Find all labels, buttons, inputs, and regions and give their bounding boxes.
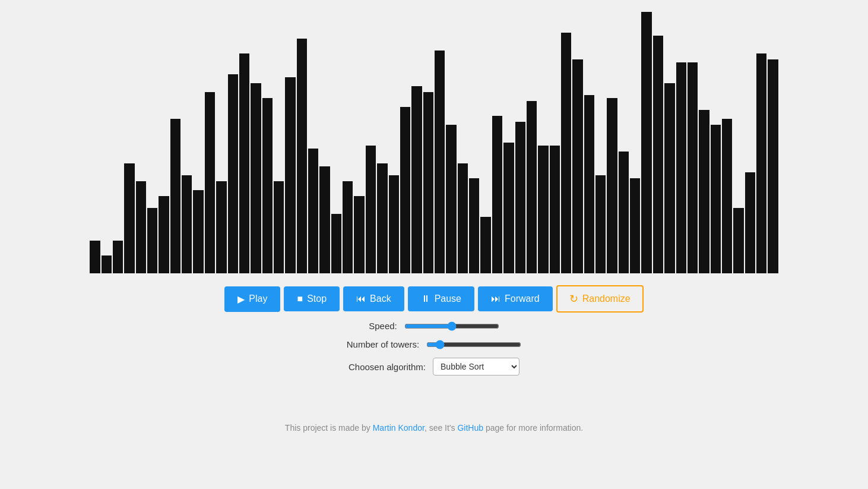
bar-10 [205, 92, 215, 273]
bar-22 [343, 181, 353, 273]
stop-icon [297, 294, 303, 304]
bar-17 [285, 77, 295, 273]
bar-6 [159, 196, 169, 273]
bar-47 [630, 178, 640, 273]
bar-38 [527, 101, 537, 273]
bar-55 [722, 119, 732, 273]
footer-text-before: This project is made by [285, 423, 373, 433]
speed-label: Speed: [369, 321, 397, 331]
bar-33 [469, 178, 479, 273]
bar-20 [319, 166, 330, 273]
bar-1 [102, 255, 112, 273]
bar-24 [366, 146, 376, 273]
stop-button[interactable]: Stop [284, 286, 340, 311]
bar-49 [653, 36, 663, 273]
bar-19 [308, 149, 318, 273]
bar-37 [515, 122, 525, 273]
stop-label: Stop [307, 294, 327, 304]
algo-label: Choosen algorithm: [349, 362, 426, 372]
bar-12 [228, 74, 238, 273]
bar-13 [239, 53, 249, 273]
back-label: Back [370, 294, 391, 304]
algorithm-row: Choosen algorithm: Bubble SortSelection … [349, 358, 519, 376]
algorithm-select[interactable]: Bubble SortSelection SortInsertion SortM… [433, 358, 519, 376]
bar-44 [595, 175, 606, 273]
bar-35 [492, 116, 502, 273]
bar-27 [400, 107, 410, 273]
towers-row: Number of towers: [347, 339, 522, 349]
forward-button[interactable]: Forward [478, 286, 553, 311]
bar-26 [389, 175, 399, 273]
bar-32 [458, 163, 468, 273]
bar-4 [136, 181, 146, 273]
bar-50 [664, 83, 674, 273]
bar-52 [688, 62, 698, 273]
bar-53 [699, 110, 709, 273]
bar-5 [147, 208, 157, 273]
bar-25 [377, 163, 387, 273]
bar-16 [274, 181, 284, 273]
bar-36 [503, 143, 514, 273]
bar-34 [480, 217, 490, 273]
bar-59 [768, 59, 778, 273]
play-button[interactable]: Play [224, 286, 280, 312]
bar-23 [354, 196, 364, 273]
pause-button[interactable]: Pause [408, 286, 474, 311]
footer: This project is made by Martin Kondor, s… [285, 423, 583, 433]
bar-3 [124, 163, 134, 273]
controls-panel: Play Stop Back Pause Forward Randomize S… [224, 285, 643, 376]
towers-label: Number of towers: [347, 339, 420, 349]
bar-40 [550, 146, 560, 273]
bar-41 [561, 33, 571, 273]
bar-14 [251, 83, 261, 273]
back-icon [356, 294, 366, 304]
footer-text-middle: , see It's [425, 423, 458, 433]
speed-row: Speed: [369, 321, 499, 331]
forward-label: Forward [505, 294, 540, 304]
bar-28 [411, 86, 422, 273]
github-link[interactable]: GitHub [457, 423, 483, 433]
randomize-label: Randomize [582, 294, 631, 304]
bar-2 [113, 241, 123, 273]
bar-56 [733, 208, 743, 273]
bar-8 [182, 175, 192, 273]
bar-7 [170, 119, 180, 273]
play-label: Play [249, 294, 267, 304]
towers-slider[interactable] [426, 340, 521, 349]
author-link[interactable]: Martin Kondor [373, 423, 425, 433]
randomize-icon [569, 292, 578, 305]
bar-11 [216, 181, 226, 273]
footer-text-after: page for more information. [483, 423, 583, 433]
bar-9 [193, 190, 203, 273]
bar-31 [446, 125, 456, 273]
bar-58 [756, 53, 766, 273]
bar-46 [619, 152, 629, 273]
bar-0 [90, 241, 100, 273]
bar-18 [297, 39, 307, 273]
visualization-area [78, 12, 790, 273]
bar-45 [607, 98, 617, 273]
bar-51 [676, 62, 686, 273]
speed-slider[interactable] [404, 321, 499, 331]
pause-label: Pause [435, 294, 461, 304]
bar-21 [331, 214, 341, 273]
bar-39 [538, 146, 548, 273]
back-button[interactable]: Back [343, 286, 404, 311]
bar-29 [423, 92, 433, 273]
bar-57 [745, 172, 755, 273]
randomize-button[interactable]: Randomize [556, 285, 644, 313]
pause-icon [421, 294, 430, 304]
bar-43 [584, 95, 594, 273]
play-icon [237, 294, 245, 305]
bar-42 [572, 59, 582, 273]
bar-54 [711, 125, 721, 273]
bar-48 [641, 12, 651, 273]
bar-15 [262, 98, 273, 273]
forward-icon [491, 294, 500, 304]
button-row: Play Stop Back Pause Forward Randomize [224, 285, 643, 313]
bar-30 [435, 51, 445, 273]
